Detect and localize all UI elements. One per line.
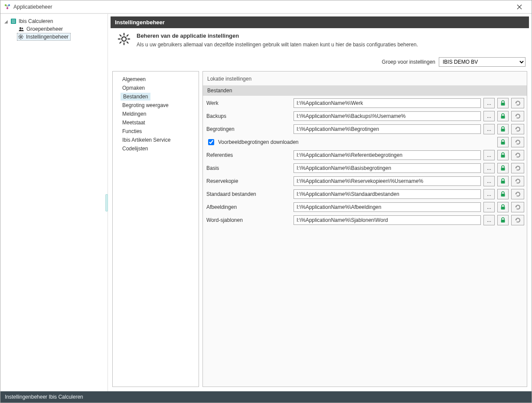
lock-icon	[500, 178, 506, 184]
path-input[interactable]	[294, 150, 481, 160]
path-input[interactable]	[294, 111, 481, 121]
svg-rect-35	[501, 155, 505, 158]
settings-panel: Lokatie instellingen Bestanden Werk...Ba…	[202, 71, 527, 387]
tab-meetstaat[interactable]: Meetstaat	[113, 118, 145, 127]
tab-functies[interactable]: Functies	[113, 127, 142, 136]
browse-button[interactable]: ...	[483, 98, 495, 108]
reset-button[interactable]	[511, 98, 524, 108]
field-row: Standaard bestanden...	[206, 188, 524, 200]
nav-tree-pane: ◢ Ibis Calculeren Groepenbeheer	[0, 14, 108, 391]
svg-line-25	[127, 35, 128, 36]
undo-icon	[514, 152, 521, 159]
section-header: Instellingenbeheer	[111, 16, 529, 28]
path-input[interactable]	[294, 98, 481, 108]
lock-button[interactable]	[497, 124, 509, 134]
window-title: Applicatiebeheer	[13, 4, 52, 10]
splitter-handle[interactable]	[105, 194, 108, 211]
browse-button[interactable]: ...	[483, 202, 495, 212]
reset-button[interactable]	[511, 202, 524, 212]
lock-button[interactable]	[497, 111, 509, 121]
lock-icon	[500, 165, 506, 171]
gear-icon	[117, 32, 131, 47]
tab-ibis-artikelen[interactable]: Ibis Artikelen Service	[113, 136, 170, 144]
browse-button[interactable]: ...	[483, 111, 495, 121]
download-examples-checkbox[interactable]	[208, 139, 214, 145]
tree-item-groepenbeheer[interactable]: Groepenbeheer	[18, 25, 108, 33]
path-input[interactable]	[294, 163, 481, 173]
browse-button[interactable]: ...	[483, 189, 495, 199]
svg-rect-43	[501, 207, 505, 210]
undo-icon	[514, 113, 521, 120]
svg-line-24	[127, 42, 128, 43]
svg-line-14	[19, 35, 20, 36]
undo-icon	[514, 204, 521, 211]
svg-line-15	[22, 38, 23, 39]
svg-line-23	[120, 35, 121, 36]
svg-line-26	[120, 42, 121, 43]
path-input[interactable]	[294, 215, 481, 225]
field-label: Basis	[206, 165, 291, 171]
field-row: Werk...	[206, 98, 524, 109]
tab-meldingen[interactable]: Meldingen	[113, 110, 146, 118]
lock-button[interactable]	[497, 202, 509, 212]
reset-button[interactable]	[511, 137, 524, 147]
intro-title: Beheren van de applicatie instellingen	[137, 32, 418, 39]
group-select[interactable]: IBIS DEMO BV	[439, 57, 525, 67]
field-row: Afbeeldingen...	[206, 202, 524, 213]
lock-button[interactable]	[497, 189, 509, 199]
download-examples-checkbox-label[interactable]: Voorbeeldbegrotingen downloaden	[206, 138, 495, 146]
reset-button[interactable]	[511, 124, 524, 134]
svg-rect-33	[501, 142, 505, 145]
caret-down-icon: ◢	[4, 19, 8, 24]
lock-icon	[500, 126, 506, 132]
lock-button[interactable]	[497, 215, 509, 225]
reset-button[interactable]	[511, 150, 524, 160]
browse-button[interactable]: ...	[483, 150, 495, 160]
reset-button[interactable]	[511, 111, 524, 121]
undo-icon	[514, 217, 521, 224]
browse-button[interactable]: ...	[483, 163, 495, 173]
path-input[interactable]	[294, 124, 481, 134]
lock-icon	[500, 204, 506, 210]
tree-root[interactable]: ◢ Ibis Calculeren	[4, 17, 108, 25]
reset-button[interactable]	[511, 176, 524, 186]
lock-button[interactable]	[497, 98, 509, 108]
close-icon	[517, 4, 522, 10]
browse-button[interactable]: ...	[483, 176, 495, 186]
tree-item-instellingenbeheer[interactable]: Instellingenbeheer	[17, 33, 71, 41]
browse-button[interactable]: ...	[483, 215, 495, 225]
intro-description: Als u uw gebruikers allemaal van dezelfd…	[137, 42, 418, 48]
close-button[interactable]	[511, 0, 528, 13]
reset-button[interactable]	[511, 215, 524, 225]
lock-button[interactable]	[497, 163, 509, 173]
app-icon	[4, 3, 11, 10]
lock-icon	[500, 113, 506, 119]
path-input[interactable]	[294, 202, 481, 212]
undo-icon	[514, 100, 521, 107]
tab-bestanden[interactable]: Bestanden	[121, 93, 150, 101]
tab-begroting-weergave[interactable]: Begroting weergave	[113, 101, 169, 110]
undo-icon	[514, 139, 521, 146]
svg-rect-27	[501, 103, 505, 106]
field-row: Begrotingen...	[206, 124, 524, 135]
intro-block: Beheren van de applicatie instellingen A…	[111, 28, 529, 55]
panel-title: Lokatie instellingen	[203, 72, 527, 85]
svg-rect-29	[501, 116, 505, 119]
lock-button[interactable]	[497, 176, 509, 186]
reset-button[interactable]	[511, 163, 524, 173]
tab-algemeen[interactable]: Algemeen	[113, 75, 146, 84]
tab-codelijsten[interactable]: Codelijsten	[113, 144, 148, 153]
lock-button[interactable]	[497, 137, 509, 147]
svg-line-17	[19, 38, 20, 39]
path-input[interactable]	[294, 176, 481, 186]
browse-button[interactable]: ...	[483, 124, 495, 134]
checkbox-label-text: Voorbeeldbegrotingen downloaden	[218, 139, 299, 145]
panel-sub-header: Bestanden	[203, 85, 527, 96]
tab-opmaken[interactable]: Opmaken	[113, 84, 145, 92]
lock-button[interactable]	[497, 150, 509, 160]
reset-button[interactable]	[511, 189, 524, 199]
titlebar: Applicatiebeheer	[0, 0, 532, 13]
undo-icon	[514, 165, 521, 172]
svg-rect-45	[501, 220, 505, 223]
path-input[interactable]	[294, 189, 481, 199]
